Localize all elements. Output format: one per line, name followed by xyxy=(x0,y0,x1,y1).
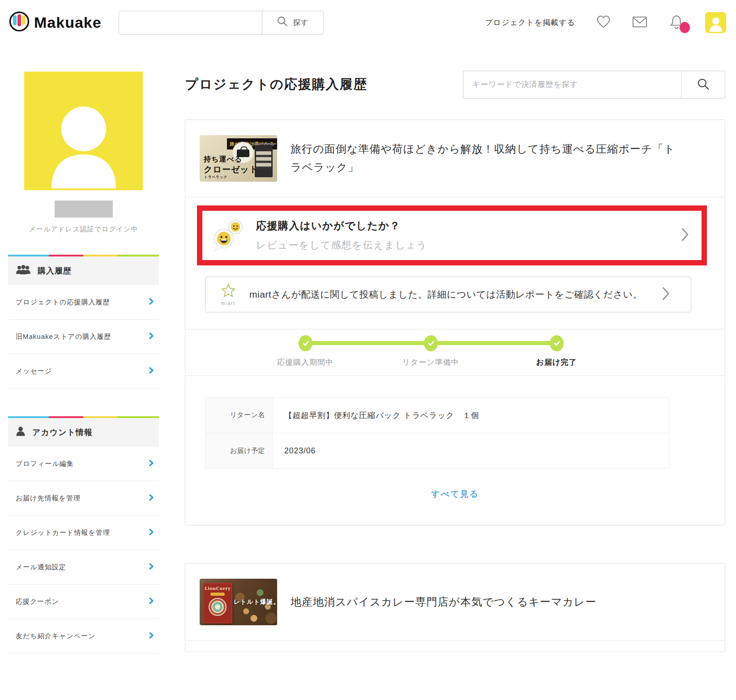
site-header: Makuake 探す プロジェクトを掲載する xyxy=(0,0,736,45)
detail-value: 2023/06 xyxy=(273,433,669,468)
notification-badge xyxy=(680,22,690,33)
site-search: 探す xyxy=(119,11,324,34)
notifications-button[interactable] xyxy=(668,14,685,31)
review-prompt-texts: 応援購入はいかがでしたか？ レビューをして感想を伝えましょう xyxy=(256,219,676,252)
menu-item-label: お届け先情報を管理 xyxy=(16,494,81,503)
package-pill-graphic xyxy=(210,593,225,596)
chevron-right-icon xyxy=(149,632,154,640)
menu-item-label: 応援クーポン xyxy=(16,598,59,606)
sidebar-item-mail-settings[interactable]: メール通知設定 xyxy=(8,550,159,585)
thumbnail-caption: トラベラック xyxy=(204,175,227,179)
account-avatar-button[interactable] xyxy=(705,12,726,33)
site-search-input[interactable] xyxy=(119,11,262,34)
shipping-progress: 応援購入期間中 リターン準備中 お届け完了 xyxy=(185,329,725,376)
smiley-speech-bubbles-icon xyxy=(212,218,248,253)
package-medallion-graphic xyxy=(209,598,227,616)
chevron-right-icon xyxy=(681,227,689,243)
project-thumbnail: 旅が劇的に楽になる 持ち運べる クローゼット トラベラック xyxy=(200,135,277,182)
post-project-link[interactable]: プロジェクトを掲載する xyxy=(485,17,575,28)
users-icon xyxy=(16,265,31,277)
sidebar-item-referral-campaign[interactable]: 友だち紹介キャンペーン xyxy=(8,619,159,653)
notice-text: miartさんが配送に関して投稿しました。詳細については活動レポートをご確認くだ… xyxy=(249,286,657,303)
thumbnail-name-line2: クローゼット xyxy=(204,164,258,175)
review-prompt-subtitle: レビューをして感想を伝えましょう xyxy=(256,239,676,252)
redacted-username xyxy=(55,201,113,218)
project-link[interactable]: LionCurry レトルト爆誕。 地産地消スパイスカレー専門店が本気でつくるキ… xyxy=(185,563,725,640)
chevron-right-icon xyxy=(149,333,154,341)
menu-header-purchase-history: 購入履歴 xyxy=(8,256,159,285)
sidebar-item-manage-shipping[interactable]: お届け先情報を管理 xyxy=(8,481,159,516)
activity-report-notice[interactable]: miart miartさんが配送に関して投稿しました。詳細については活動レポート… xyxy=(205,277,691,312)
chevron-right-icon xyxy=(149,598,154,606)
profile-avatar xyxy=(24,72,143,190)
chevron-right-icon xyxy=(149,563,154,571)
favorites-button[interactable] xyxy=(596,15,611,30)
page-title: プロジェクトの応援購入履歴 xyxy=(185,76,368,94)
site-search-button-label: 探す xyxy=(293,17,308,28)
detail-label: リターン名 xyxy=(205,397,273,433)
menu-item-label: メール通知設定 xyxy=(16,563,66,572)
menu-item-label: クレジットカード情報を管理 xyxy=(16,529,110,537)
chevron-right-icon xyxy=(149,298,154,306)
project-title: 地産地消スパイスカレー専門店が本気でつくるキーマカレー xyxy=(291,593,596,611)
menu-item-label: プロジェクトの応援購入履歴 xyxy=(16,298,110,307)
menu-item-label: プロフィール編集 xyxy=(16,460,74,468)
menu-header-label: 購入履歴 xyxy=(38,265,72,276)
sidebar-menu-account-info: アカウント情報 プロフィール編集 お届け先情報を管理 クレジットカード情報を管理 xyxy=(8,416,159,653)
sidebar-item-project-purchase-history[interactable]: プロジェクトの応援購入履歴 xyxy=(8,285,159,320)
sidebar-item-edit-profile[interactable]: プロフィール編集 xyxy=(8,447,159,481)
review-prompt-title: 応援購入はいかがでしたか？ xyxy=(256,219,676,233)
envelope-icon xyxy=(632,15,648,30)
history-search xyxy=(463,71,725,98)
project-link[interactable]: 旅が劇的に楽になる 持ち運べる クローゼット トラベラック 旅行の面倒な準備や荷… xyxy=(185,120,725,197)
main-content: プロジェクトの応援購入履歴 旅が劇的に楽にな xyxy=(185,45,725,652)
detail-label: お届け予定 xyxy=(205,433,273,468)
see-all-link[interactable]: すべて見る xyxy=(431,488,479,500)
header-actions: プロジェクトを掲載する xyxy=(485,12,726,33)
miart-logo: miart xyxy=(216,283,240,306)
sidebar-menu-purchase-history: 購入履歴 プロジェクトの応援購入履歴 旧Makuakeストアの購入履歴 メッセー… xyxy=(8,255,159,388)
project-thumbnail: LionCurry レトルト爆誕。 xyxy=(200,579,277,625)
heart-icon xyxy=(596,15,611,30)
messages-button[interactable] xyxy=(632,15,648,30)
detail-value: 【超超早割】便利な圧縮バック トラベラック １個 xyxy=(273,397,669,433)
curry-package-graphic: LionCurry xyxy=(203,583,232,623)
menu-item-label: メッセージ xyxy=(16,367,52,376)
search-icon xyxy=(697,77,710,92)
thumbnail-brand: LionCurry xyxy=(203,586,232,591)
review-prompt-banner[interactable]: 応援購入はいかがでしたか？ レビューをして感想を伝えましょう xyxy=(197,205,707,265)
purchase-card: 旅が劇的に楽になる 持ち運べる クローゼット トラベラック 旅行の面倒な準備や荷… xyxy=(185,120,725,525)
person-icon xyxy=(48,101,120,190)
history-search-input[interactable] xyxy=(463,71,681,98)
check-circle-icon xyxy=(299,335,312,351)
sidebar-item-support-coupon[interactable]: 応援クーポン xyxy=(8,585,159,619)
return-details-table: リターン名 【超超早割】便利な圧縮バック トラベラック １個 お届け予定 202… xyxy=(205,397,669,469)
user-icon xyxy=(16,427,26,439)
table-row: お届け予定 2023/06 xyxy=(205,433,669,468)
progress-step-label: リターン準備中 xyxy=(402,357,459,367)
makuake-purchase-history-page: Makuake 探す プロジェクトを掲載する xyxy=(0,0,736,700)
site-search-button[interactable]: 探す xyxy=(262,11,323,34)
chevron-right-icon xyxy=(149,529,154,537)
sidebar-item-manage-credit-card[interactable]: クレジットカード情報を管理 xyxy=(8,516,159,550)
search-icon xyxy=(277,16,288,30)
menu-header-account-info: アカウント情報 xyxy=(8,418,159,447)
progress-step-label-current: お届け完了 xyxy=(536,357,577,367)
menu-header-label: アカウント情報 xyxy=(32,427,93,438)
menu-item-label: 友だち紹介キャンペーン xyxy=(16,632,95,640)
thumbnail-caption: レトルト爆誕。 xyxy=(234,598,277,606)
table-row: リターン名 【超超早割】便利な圧縮バック トラベラック １個 xyxy=(205,397,669,433)
miart-logo-label: miart xyxy=(216,301,240,306)
next-purchase-card: LionCurry レトルト爆誕。 地産地消スパイスカレー専門店が本気でつくるキ… xyxy=(185,563,725,652)
thumbnail-name-line1: 持ち運べる xyxy=(204,155,242,164)
login-status: メールアドレス認証でログイン中 xyxy=(8,225,159,234)
history-search-button[interactable] xyxy=(681,71,725,98)
sidebar-item-old-store-history[interactable]: 旧Makuakeストアの購入履歴 xyxy=(8,320,159,354)
makuake-logo[interactable]: Makuake xyxy=(9,11,102,34)
progress-step-label: 応援購入期間中 xyxy=(277,357,334,367)
chevron-right-icon xyxy=(149,367,154,375)
sidebar-item-messages[interactable]: メッセージ xyxy=(8,354,159,388)
sidebar: メールアドレス認証でログイン中 購入履歴 プロジェクトの xyxy=(8,45,159,653)
chevron-right-icon xyxy=(662,286,670,303)
check-circle-icon xyxy=(550,335,564,351)
